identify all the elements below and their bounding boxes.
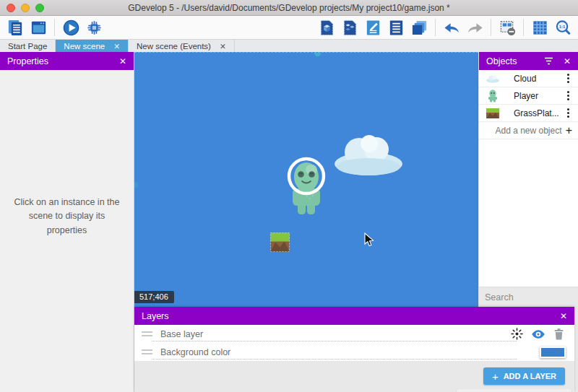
background-color-swatch[interactable]: [540, 347, 566, 358]
grass-platform-thumbnail-icon: [483, 108, 502, 118]
scene-window-icon[interactable]: [28, 17, 48, 38]
project-manager-icon[interactable]: [5, 17, 25, 38]
play-icon[interactable]: [61, 17, 81, 38]
objects-panel: Objects ✕ Cloud Player GrassPlat...: [479, 52, 578, 307]
grid-icon[interactable]: [530, 17, 550, 38]
layers-panel: Layers ✕ Base layer Background color: [134, 307, 574, 392]
objects-title: Objects: [486, 56, 517, 66]
maximize-window-button[interactable]: [35, 4, 44, 12]
tab-new-scene[interactable]: New scene ✕: [56, 40, 129, 52]
window-controls: [7, 4, 44, 12]
filter-icon[interactable]: [544, 57, 553, 65]
scene-properties-icon[interactable]: [363, 17, 383, 38]
toolbar-separator: [435, 19, 436, 36]
layer-row-base[interactable]: Base layer: [134, 325, 574, 343]
object-menu-icon[interactable]: [567, 112, 569, 114]
titlebar: GDevelop 5 - /Users/david/Documents/GDev…: [0, 0, 578, 16]
tab-new-scene-events[interactable]: New scene (Events) ✕: [129, 40, 235, 52]
cursor-coordinates-badge: 517;406: [134, 291, 174, 303]
cloud-thumbnail-icon: [483, 74, 502, 83]
properties-panel-header: Properties ✕: [0, 52, 134, 70]
redo-icon[interactable]: [465, 17, 485, 38]
properties-empty-message: Click on an instance in the scene to dis…: [11, 196, 124, 238]
layers-editor-icon[interactable]: [409, 17, 429, 38]
player-instance[interactable]: [282, 144, 330, 219]
window-title: GDevelop 5 - /Users/david/Documents/GDev…: [0, 3, 578, 13]
layer-visibility-eye-icon[interactable]: [531, 328, 545, 340]
minimize-window-button[interactable]: [21, 4, 30, 12]
close-icon[interactable]: ✕: [220, 42, 226, 51]
mask-toggle-icon[interactable]: [497, 17, 517, 38]
layers-panel-header: Layers ✕: [134, 307, 574, 325]
object-groups-icon[interactable]: [340, 17, 360, 38]
toolbar-separator: [54, 19, 55, 36]
properties-title: Properties: [7, 56, 48, 66]
scene-canvas[interactable]: 517;406: [134, 52, 478, 307]
cloud-instance[interactable]: [332, 131, 405, 177]
close-icon[interactable]: ✕: [560, 311, 567, 321]
close-icon[interactable]: ✕: [564, 56, 571, 66]
editor-tabbar: Start Page New scene ✕ New scene (Events…: [0, 40, 578, 52]
main-toolbar: 1:1: [0, 16, 578, 40]
mouse-cursor: [363, 232, 375, 247]
objects-editor-icon[interactable]: [316, 17, 337, 38]
object-row-player[interactable]: Player: [479, 87, 578, 105]
objects-search-bar: [479, 287, 578, 307]
plus-icon: +: [566, 125, 572, 136]
close-icon[interactable]: ✕: [119, 56, 126, 66]
add-lighting-layer-button[interactable]: + ADD LIGHTING LAYER: [457, 389, 571, 392]
debug-icon[interactable]: [84, 17, 104, 38]
close-icon[interactable]: ✕: [113, 42, 120, 51]
tab-start-page[interactable]: Start Page: [0, 40, 56, 52]
gdevelop-window: GDevelop 5 - /Users/david/Documents/GDev…: [0, 0, 578, 392]
svg-text:1:1: 1:1: [558, 24, 565, 28]
layers-title: Layers: [142, 311, 169, 321]
layer-delete-trash-icon[interactable]: [553, 328, 564, 340]
drag-handle-icon[interactable]: [142, 331, 152, 336]
search-input[interactable]: [485, 292, 578, 302]
layer-effects-icon[interactable]: [511, 328, 523, 340]
undo-icon[interactable]: [441, 17, 462, 38]
add-new-object-button[interactable]: Add a new object +: [479, 122, 578, 139]
objects-list-empty-area: [479, 139, 578, 287]
object-row-grassplatform[interactable]: GrassPlat...: [479, 105, 578, 122]
layer-row-background-color[interactable]: Background color: [134, 343, 574, 361]
drag-handle-icon[interactable]: [142, 349, 152, 354]
grass-platform-instance[interactable]: [270, 232, 290, 252]
player-thumbnail-icon: [483, 90, 502, 103]
vertical-scroll-handle[interactable]: [134, 182, 138, 188]
horizontal-scroll-handle[interactable]: [314, 52, 321, 56]
add-layer-button[interactable]: + ADD A LAYER: [483, 367, 565, 385]
object-menu-icon[interactable]: [567, 77, 569, 79]
object-menu-icon[interactable]: [567, 95, 569, 97]
close-window-button[interactable]: [7, 4, 15, 12]
properties-panel: Properties ✕ Click on an instance in the…: [0, 52, 134, 392]
layers-panel-footer: + ADD A LAYER + ADD LIGHTING LAYER: [134, 361, 574, 392]
toolbar-separator: [523, 19, 524, 36]
properties-empty-state: Click on an instance in the scene to dis…: [0, 70, 134, 392]
object-row-cloud[interactable]: Cloud: [479, 70, 578, 87]
objects-panel-header: Objects ✕: [479, 52, 578, 70]
zoom-1to1-icon[interactable]: 1:1: [553, 17, 573, 38]
plus-icon: +: [492, 370, 499, 383]
toolbar-separator: [491, 19, 491, 36]
instances-list-icon[interactable]: [386, 17, 406, 38]
